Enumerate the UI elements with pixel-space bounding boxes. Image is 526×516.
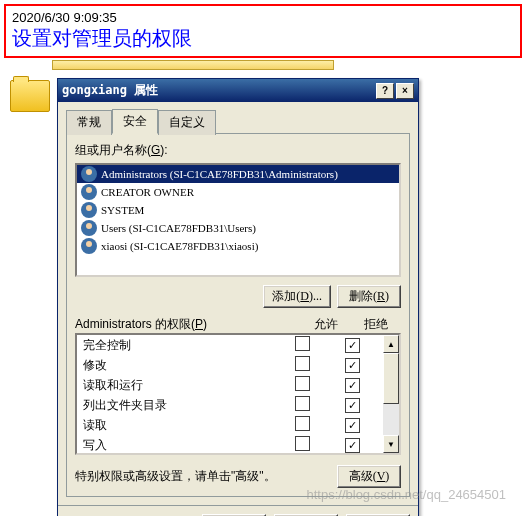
perm-label: 读取和运行 bbox=[83, 377, 277, 394]
titlebar[interactable]: gongxiang 属性 ? × bbox=[58, 79, 418, 102]
permissions-listbox: 完全控制✓修改✓读取和运行✓列出文件夹目录✓读取✓写入✓特别的权限 ▲ ▼ bbox=[75, 333, 401, 455]
allow-header: 允许 bbox=[301, 316, 351, 333]
deny-checkbox[interactable]: ✓ bbox=[345, 398, 360, 413]
scrollbar[interactable]: ▲ ▼ bbox=[383, 335, 399, 453]
allow-checkbox[interactable] bbox=[295, 336, 310, 351]
scroll-thumb[interactable] bbox=[383, 353, 399, 404]
perm-label: 完全控制 bbox=[83, 337, 277, 354]
perm-row: 读取和运行✓ bbox=[77, 375, 383, 395]
properties-dialog: gongxiang 属性 ? × 常规 安全 自定义 组或用户名称(G): Ad… bbox=[57, 78, 419, 516]
deny-checkbox[interactable]: ✓ bbox=[345, 338, 360, 353]
users-listbox[interactable]: Administrators (SI-C1CAE78FDB31\Administ… bbox=[75, 163, 401, 277]
user-icon bbox=[81, 220, 97, 236]
user-label: Users (SI-C1CAE78FDB31\Users) bbox=[101, 222, 256, 234]
tab-general[interactable]: 常规 bbox=[66, 110, 112, 135]
perm-row: 列出文件夹目录✓ bbox=[77, 395, 383, 415]
deny-checkbox[interactable]: ✓ bbox=[345, 418, 360, 433]
scroll-up-icon[interactable]: ▲ bbox=[383, 335, 399, 353]
user-label: CREATOR OWNER bbox=[101, 186, 194, 198]
allow-checkbox[interactable] bbox=[295, 416, 310, 431]
deny-checkbox[interactable]: ✓ bbox=[345, 378, 360, 393]
user-icon bbox=[81, 202, 97, 218]
add-button[interactable]: 添加(D)... bbox=[263, 285, 331, 308]
dialog-title: gongxiang 属性 bbox=[62, 82, 158, 99]
help-button[interactable]: ? bbox=[376, 83, 394, 99]
user-icon bbox=[81, 166, 97, 182]
dialog-footer: 确定 取消 应用(A) bbox=[58, 505, 418, 516]
user-label: xiaosi (SI-C1CAE78FDB31\xiaosi) bbox=[101, 240, 258, 252]
group-users-label: 组或用户名称(G): bbox=[75, 142, 401, 159]
perm-label: 读取 bbox=[83, 417, 277, 434]
toolbar-remnant bbox=[52, 60, 334, 70]
annotation-message: 设置对管理员的权限 bbox=[12, 25, 514, 52]
close-button[interactable]: × bbox=[396, 83, 414, 99]
permissions-header: Administrators 的权限(P) 允许 拒绝 bbox=[75, 316, 401, 333]
perm-label: 修改 bbox=[83, 357, 277, 374]
user-icon bbox=[81, 238, 97, 254]
watermark: https://blog.csdn.net/qq_24654501 bbox=[307, 487, 507, 502]
perm-row: 修改✓ bbox=[77, 355, 383, 375]
deny-header: 拒绝 bbox=[351, 316, 401, 333]
user-users[interactable]: Users (SI-C1CAE78FDB31\Users) bbox=[77, 219, 399, 237]
user-system[interactable]: SYSTEM bbox=[77, 201, 399, 219]
allow-checkbox[interactable] bbox=[295, 436, 310, 451]
deny-checkbox[interactable]: ✓ bbox=[345, 438, 360, 453]
allow-checkbox[interactable] bbox=[295, 396, 310, 411]
user-label: SYSTEM bbox=[101, 204, 144, 216]
user-icon bbox=[81, 184, 97, 200]
tab-strip: 常规 安全 自定义 bbox=[58, 102, 418, 133]
perm-row: 写入✓ bbox=[77, 435, 383, 453]
tab-custom[interactable]: 自定义 bbox=[158, 110, 216, 135]
user-xiaosi[interactable]: xiaosi (SI-C1CAE78FDB31\xiaosi) bbox=[77, 237, 399, 255]
timestamp: 2020/6/30 9:09:35 bbox=[12, 10, 514, 25]
perm-row: 读取✓ bbox=[77, 415, 383, 435]
security-panel: 组或用户名称(G): Administrators (SI-C1CAE78FDB… bbox=[66, 133, 410, 497]
allow-checkbox[interactable] bbox=[295, 376, 310, 391]
perm-label: 列出文件夹目录 bbox=[83, 397, 277, 414]
user-administrators[interactable]: Administrators (SI-C1CAE78FDB31\Administ… bbox=[77, 165, 399, 183]
user-label: Administrators (SI-C1CAE78FDB31\Administ… bbox=[101, 168, 338, 180]
remove-button[interactable]: 删除(R) bbox=[337, 285, 401, 308]
tab-security[interactable]: 安全 bbox=[112, 109, 158, 134]
deny-checkbox[interactable]: ✓ bbox=[345, 358, 360, 373]
annotation-banner: 2020/6/30 9:09:35 设置对管理员的权限 bbox=[4, 4, 522, 58]
folder-icon bbox=[10, 80, 50, 112]
perm-row: 完全控制✓ bbox=[77, 335, 383, 355]
user-creator-owner[interactable]: CREATOR OWNER bbox=[77, 183, 399, 201]
special-permissions-text: 特别权限或高级设置，请单击"高级"。 bbox=[75, 468, 331, 485]
advanced-button[interactable]: 高级(V) bbox=[337, 465, 401, 488]
allow-checkbox[interactable] bbox=[295, 356, 310, 371]
perm-label: 写入 bbox=[83, 437, 277, 454]
scroll-down-icon[interactable]: ▼ bbox=[383, 435, 399, 453]
